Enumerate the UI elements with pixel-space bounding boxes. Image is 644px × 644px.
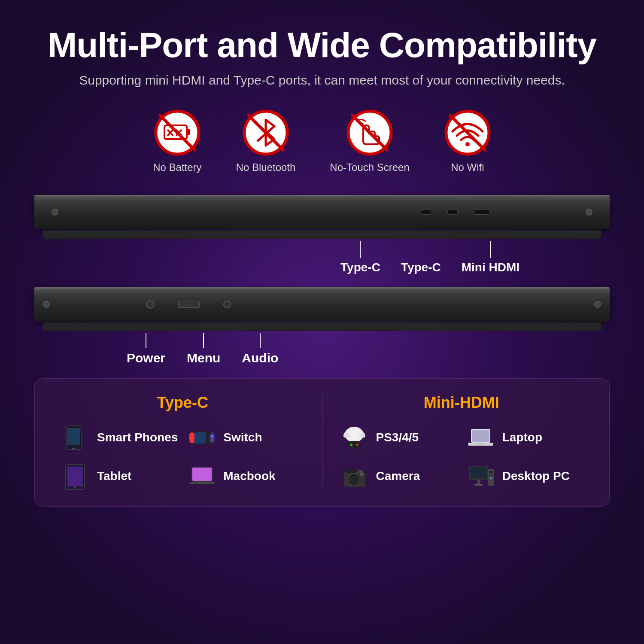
power-button xyxy=(146,300,155,309)
desktop-icon xyxy=(466,461,496,491)
mini-hdmi-compat: Mini-HDMI xyxy=(322,394,592,491)
compat-macbook: Macbook xyxy=(187,461,304,491)
smartphone-icon xyxy=(61,422,91,453)
camera-icon xyxy=(340,461,370,491)
mini-hdmi-label: Mini HDMI xyxy=(462,261,519,274)
feature-no-bluetooth: No Bluetooth xyxy=(236,109,296,173)
macbook-icon xyxy=(187,461,217,491)
playstation-label: PS3/4/5 xyxy=(376,431,419,444)
tablet-label: Tablet xyxy=(97,469,131,483)
svg-rect-24 xyxy=(194,432,206,444)
audio-annotation: Audio xyxy=(242,333,278,365)
screw-right xyxy=(586,209,592,216)
menu-label: Menu xyxy=(187,351,220,365)
type-c-1-label: Type-C xyxy=(340,261,380,274)
audio-jack xyxy=(223,301,231,308)
smartphones-label: Smart Phones xyxy=(97,431,178,444)
compat-playstation: PS3/4/5 xyxy=(340,422,457,453)
menu-annotation: Menu xyxy=(187,333,220,365)
top-port-bar-section: Type-C Type-C Mini HDMI xyxy=(34,195,610,274)
svg-rect-45 xyxy=(476,443,485,444)
svg-rect-43 xyxy=(472,430,489,442)
svg-point-60 xyxy=(490,477,492,479)
switch-label: Switch xyxy=(223,431,262,444)
no-wifi-label: No Wifi xyxy=(451,161,484,173)
top-device-bar xyxy=(34,195,610,229)
no-bluetooth-icon xyxy=(242,109,289,156)
no-battery-icon xyxy=(154,109,201,156)
svg-rect-36 xyxy=(198,482,206,483)
type-c-port-2 xyxy=(447,210,458,215)
no-bluetooth-label: No Bluetooth xyxy=(236,161,296,173)
svg-point-32 xyxy=(74,487,76,489)
svg-point-52 xyxy=(360,473,364,476)
features-row: No Battery No Bluetooth xyxy=(34,109,610,173)
svg-point-16 xyxy=(465,142,470,146)
svg-rect-58 xyxy=(489,471,493,473)
macbook-label: Macbook xyxy=(223,469,275,483)
tablet-icon xyxy=(61,461,91,491)
svg-point-50 xyxy=(352,477,356,482)
type-c-grid: Smart Phones Switch xyxy=(61,422,305,491)
svg-rect-59 xyxy=(489,474,493,476)
compatibility-section: Type-C Smart Phones xyxy=(34,378,610,507)
playstation-icon xyxy=(340,422,370,453)
bar-thin-top xyxy=(43,230,601,239)
type-c-1-annotation: Type-C xyxy=(340,241,380,274)
compat-laptop: Laptop xyxy=(466,422,583,453)
no-wifi-icon xyxy=(444,109,491,156)
svg-rect-21 xyxy=(72,448,75,449)
audio-label: Audio xyxy=(242,351,278,365)
compat-switch: Switch xyxy=(187,422,304,453)
desktop-label: Desktop PC xyxy=(502,469,570,483)
svg-rect-2 xyxy=(187,129,190,135)
compat-smartphones: Smart Phones xyxy=(61,422,178,453)
control-screw-right xyxy=(594,301,601,308)
control-bar-section: Power Menu Audio xyxy=(34,287,610,365)
type-c-port-1 xyxy=(421,210,431,215)
laptop-icon xyxy=(466,422,496,453)
svg-point-28 xyxy=(211,439,213,441)
feature-no-wifi: No Wifi xyxy=(444,109,491,173)
type-c-compat: Type-C Smart Phones xyxy=(52,394,322,491)
screw-left xyxy=(52,209,58,216)
svg-point-40 xyxy=(350,444,352,446)
power-annotation: Power xyxy=(127,333,165,365)
svg-rect-56 xyxy=(474,484,483,486)
svg-rect-31 xyxy=(67,467,82,486)
no-battery-label: No Battery xyxy=(153,161,201,173)
mini-hdmi-title: Mini-HDMI xyxy=(340,394,584,412)
mini-hdmi-grid: PS3/4/5 Laptop xyxy=(340,422,584,491)
control-annotations: Power Menu Audio xyxy=(34,333,610,365)
svg-rect-34 xyxy=(192,468,212,481)
svg-rect-22 xyxy=(68,429,79,444)
mini-hdmi-annotation: Mini HDMI xyxy=(462,241,519,274)
laptop-label: Laptop xyxy=(502,431,542,444)
compat-tablet: Tablet xyxy=(61,461,178,491)
type-c-title: Type-C xyxy=(61,394,305,412)
svg-rect-25 xyxy=(189,432,194,443)
svg-point-41 xyxy=(356,444,358,446)
feature-no-battery: No Battery xyxy=(153,109,201,173)
svg-rect-55 xyxy=(477,480,480,484)
no-touch-label: No-Touch Screen xyxy=(330,161,409,173)
control-device-bar xyxy=(34,287,610,322)
switch-icon xyxy=(187,422,217,453)
svg-rect-47 xyxy=(346,469,355,473)
compat-camera: Camera xyxy=(340,461,457,491)
control-screw-left xyxy=(43,301,50,308)
power-label: Power xyxy=(127,351,165,365)
svg-rect-54 xyxy=(470,467,487,478)
feature-no-touch: No-Touch Screen xyxy=(330,109,409,173)
mini-hdmi-port xyxy=(474,210,489,215)
type-c-2-annotation: Type-C xyxy=(401,241,441,274)
compat-desktop: Desktop PC xyxy=(466,461,583,491)
svg-point-27 xyxy=(211,435,213,438)
no-touch-icon xyxy=(346,109,393,156)
type-c-2-label: Type-C xyxy=(401,261,441,274)
page-subtitle: Supporting mini HDMI and Type-C ports, i… xyxy=(34,73,610,88)
menu-buttons xyxy=(178,301,200,308)
bar-thin-bottom xyxy=(43,322,601,331)
page-title: Multi-Port and Wide Compatibility xyxy=(34,26,610,64)
camera-label: Camera xyxy=(376,469,420,483)
